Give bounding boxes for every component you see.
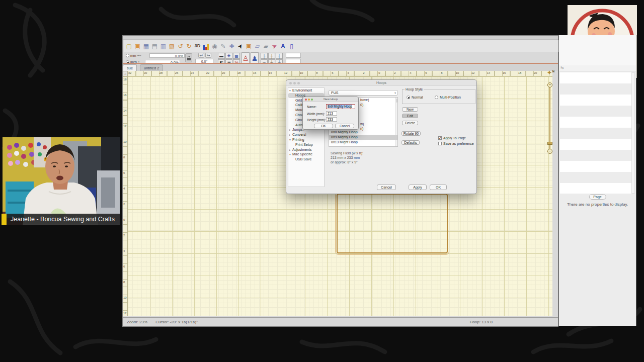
hoop-outline[interactable] — [337, 194, 448, 253]
rotate-90-button[interactable]: Rotate 90 — [401, 131, 421, 136]
lock-aspect-button[interactable] — [185, 53, 192, 62]
zoom-slider-handle[interactable] — [547, 142, 552, 145]
prefs-cancel-button[interactable]: Cancel — [377, 185, 396, 190]
redo-button[interactable]: ↪ — [205, 53, 211, 58]
hoop-list-item[interactable]: 8x13 Might Hoop — [329, 140, 397, 145]
prefs-apply-button[interactable]: Apply — [409, 185, 427, 190]
mm-ruler-icon: ⊷ — [137, 53, 141, 58]
transform-icon[interactable]: ▱ — [254, 42, 261, 50]
ruler-h-label: 2 — [394, 71, 395, 74]
info-line: Sewing Field (w x h): — [331, 151, 363, 155]
defaults-button[interactable]: Defaults — [401, 140, 420, 145]
mm-radio[interactable] — [126, 54, 129, 57]
status-zoom: Zoom: 23% — [127, 320, 147, 324]
width-input[interactable]: 213 — [326, 111, 337, 116]
window-titlebar — [123, 36, 558, 40]
ruler-h-label: 18 — [237, 71, 241, 74]
tree-item-printing[interactable]: ▾Printing — [288, 137, 324, 142]
view-toggle-icon[interactable]: ▬ — [218, 53, 225, 59]
reshape-icon[interactable]: ▰ — [262, 42, 270, 50]
rotate-left-icon[interactable]: ↺ — [177, 42, 184, 50]
tree-item-mac-specific[interactable]: ▾Mac Specific — [288, 152, 324, 157]
tree-item-conversi[interactable]: ▸Conversi — [288, 132, 324, 137]
tab-untitled-2[interactable]: untitled 2 — [140, 64, 163, 71]
stitch-chart-icon[interactable] — [202, 42, 210, 50]
edit-hoop-button[interactable]: Edit — [402, 114, 418, 118]
ruler-h-label: 16 — [503, 71, 506, 74]
info-line: 213 mm x 233 mm — [331, 155, 363, 160]
page-tab[interactable]: Page — [589, 194, 606, 200]
view-3d-icon[interactable]: 3D — [194, 42, 201, 50]
tree-item-environment[interactable]: ▾Environment — [288, 88, 324, 93]
apply-to-page-checkbox[interactable] — [438, 136, 442, 140]
ruler-h-label: 6 — [425, 71, 427, 74]
zoom-tool-icon[interactable]: ◉ — [211, 42, 218, 50]
ruler-h-label: 30 — [144, 71, 147, 74]
properties-scrollbar[interactable] — [631, 72, 635, 194]
multi-position-radio[interactable] — [435, 96, 438, 99]
open-folder-icon[interactable]: ▣ — [134, 42, 141, 50]
no-properties-text: There are no properties to display. — [559, 202, 636, 207]
notes-icon[interactable]: ▯ — [288, 42, 295, 50]
hoop-list-item[interactable]: 8x9 Mighty Hoop — [329, 135, 397, 140]
align-arrow-icon[interactable]: ┤ — [276, 53, 283, 59]
mm-label: mm — [130, 54, 136, 57]
ruler-h-label: 8 — [441, 71, 442, 74]
save-icon[interactable]: ▦ — [142, 42, 150, 50]
ruler-h: 3230282624222018161412108642024681012141… — [128, 71, 552, 76]
save-as-preference-checkbox[interactable] — [438, 142, 442, 145]
align-arrow-icon[interactable]: ┼ — [268, 53, 275, 59]
zoom-in-icon[interactable]: + — [547, 82, 552, 87]
print-preview-icon[interactable]: ▥ — [159, 42, 167, 50]
tree-item-label: Conversi — [292, 133, 306, 136]
tree-item-adjustments[interactable]: ▸Adjustments — [288, 147, 324, 152]
tab-sue[interactable]: sue — [123, 64, 137, 71]
copy-design-icon[interactable]: ▧ — [168, 42, 176, 50]
hoop-position-icon[interactable]: ✚ — [228, 42, 235, 50]
new-hoop-cancel-button[interactable]: Cancel — [335, 124, 354, 128]
zoom-slider-track[interactable] — [549, 86, 550, 150]
new-hoop-ok-button[interactable]: OK — [314, 124, 333, 128]
send-to-machine-icon[interactable]: ➤ — [269, 41, 279, 51]
ruler-v-label: 12 — [123, 312, 127, 315]
ruler-v-label: 14 — [123, 109, 127, 112]
delete-hoop-button[interactable]: Delete — [402, 121, 418, 125]
tree-item-usb-save[interactable]: USB Save — [288, 157, 324, 162]
properties-header: ⇆ — [559, 65, 636, 71]
prefs-ok-button[interactable]: OK — [430, 185, 447, 190]
new-hoop-button[interactable]: New — [402, 107, 418, 112]
name-input[interactable]: 8x9 Mighty Hoop — [326, 104, 355, 109]
nametag-accent-bar — [2, 214, 7, 225]
measure-tool-icon[interactable]: ✎ — [219, 42, 227, 50]
view-toggle-icon[interactable]: ✚ — [225, 53, 232, 59]
zoom-out-icon[interactable]: − — [547, 149, 552, 154]
ruler-v-label: 8 — [123, 156, 125, 159]
machine-format-dropdown[interactable]: PUS — [329, 90, 398, 96]
ruler-h-label: 20 — [534, 71, 537, 74]
refresh-icon[interactable]: ⇆ — [560, 65, 564, 70]
view-toggle-icon[interactable]: ▦ — [233, 53, 240, 59]
video-frame: Jeanette - Boricua Sewing and Crafts — [0, 0, 644, 362]
height-input[interactable]: 233 — [326, 117, 337, 122]
tree-item-print-setup[interactable]: Print Setup — [288, 142, 324, 147]
align-arrow-icon[interactable]: ├ — [261, 53, 268, 59]
object-properties-icon[interactable]: ▣ — [245, 42, 253, 50]
scale-x-field[interactable]: 0.0% — [149, 53, 185, 58]
normal-radio[interactable] — [407, 96, 410, 99]
hoop-list-item[interactable]: 8x8 Mighty Hoop — [329, 130, 397, 135]
new-file-icon[interactable]: ▢ — [125, 42, 133, 50]
select-pointer-icon[interactable]: ➤ — [235, 41, 246, 51]
ruler-v-label: 4 — [123, 249, 125, 252]
tree-item-label: Printing — [292, 138, 304, 141]
ruler-h-label: 8 — [316, 71, 317, 74]
normal-label: Normal — [412, 96, 423, 99]
ruler-h-label: 0 — [378, 71, 380, 74]
print-icon[interactable]: ▤ — [151, 42, 158, 50]
undo-button[interactable]: ↩ — [198, 53, 204, 58]
zoom-slider[interactable]: + − — [547, 82, 553, 154]
webcam-scene — [3, 137, 120, 225]
toolbar-text-field-1[interactable] — [286, 53, 301, 58]
ruler-v-label: 0 — [123, 218, 125, 221]
rotate-right-icon[interactable]: ↻ — [185, 42, 193, 50]
lettering-icon[interactable]: A — [279, 42, 287, 50]
